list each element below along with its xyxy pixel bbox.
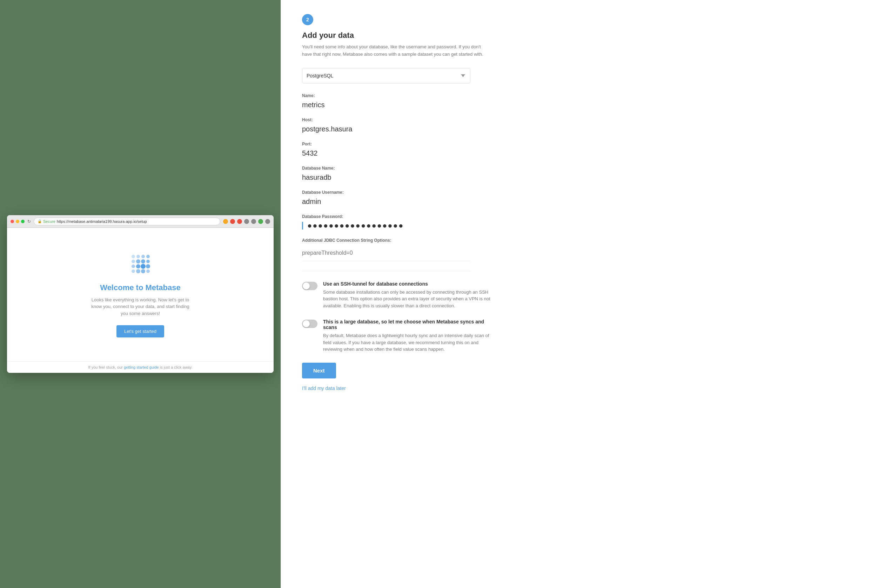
ssh-tunnel-desc: Some database installations can only be … <box>323 289 491 309</box>
section-title: Add your data <box>302 31 870 40</box>
browser-content: Welcome to Metabase Looks like everythin… <box>7 228 274 361</box>
ssh-tunnel-toggle-row: Use an SSH-tunnel for database connectio… <box>302 281 491 309</box>
ext-icon-5 <box>251 219 256 224</box>
svg-point-15 <box>146 270 150 273</box>
port-field: Port: 5432 <box>302 142 870 158</box>
database-name-field: Database name: hasuradb <box>302 166 870 182</box>
svg-point-2 <box>141 255 145 258</box>
maximize-dot <box>21 220 24 223</box>
close-dot <box>11 220 14 223</box>
welcome-subtitle: Looks like everything is working. Now le… <box>88 297 193 317</box>
svg-point-9 <box>136 264 140 268</box>
svg-point-14 <box>141 269 145 273</box>
minimize-dot <box>16 220 19 223</box>
large-db-toggle[interactable] <box>302 320 318 328</box>
name-label: Name: <box>302 93 870 98</box>
svg-point-1 <box>137 255 140 258</box>
jdbc-label: Additional JDBC connection string option… <box>302 238 870 243</box>
large-db-label-wrap: This is a large database, so let me choo… <box>323 319 491 353</box>
large-db-desc: By default, Metabase does a lightweight … <box>323 332 491 353</box>
svg-point-4 <box>131 260 135 263</box>
large-db-toggle-row: This is a large database, so let me choo… <box>302 319 491 353</box>
svg-point-12 <box>131 270 135 273</box>
getting-started-link[interactable]: getting started guide <box>124 365 159 369</box>
ssh-tunnel-title: Use an SSH-tunnel for database connectio… <box>323 281 491 286</box>
svg-point-13 <box>136 269 140 273</box>
svg-point-0 <box>131 255 135 258</box>
svg-point-5 <box>136 259 140 264</box>
footer-text: If you feel stuck, our <box>89 365 123 369</box>
skip-link[interactable]: I'll add my data later <box>302 386 870 391</box>
large-db-toggle-knob <box>303 320 310 327</box>
db-password-label: Database password: <box>302 214 870 219</box>
ext-icon-1 <box>223 219 228 224</box>
port-value: 5432 <box>302 149 870 158</box>
password-field-wrapper: ●●●●●●●●●●●●●●●●●● <box>302 222 870 230</box>
toggle-knob <box>303 282 310 290</box>
left-panel: ↻ 🔒 Secure https://metabase.antimalaria1… <box>0 0 281 588</box>
host-field: Host: postgres.hasura <box>302 117 870 133</box>
browser-icons <box>223 219 270 224</box>
next-button[interactable]: Next <box>302 363 336 378</box>
url-text: https://metabase.antimalaria199.hasura-a… <box>57 219 147 224</box>
svg-point-3 <box>146 255 150 258</box>
db-name-value: hasuradb <box>302 174 870 182</box>
step-number: 2 <box>302 14 313 25</box>
name-value: metrics <box>302 101 870 109</box>
browser-bar: ↻ 🔒 Secure https://metabase.antimalaria1… <box>7 215 274 228</box>
secure-icon: 🔒 <box>38 219 42 223</box>
database-username-field: Database username: admin <box>302 190 870 206</box>
divider <box>302 271 470 271</box>
jdbc-field: Additional JDBC connection string option… <box>302 238 870 261</box>
ssh-tunnel-label-wrap: Use an SSH-tunnel for database connectio… <box>323 281 491 309</box>
browser-dots <box>11 220 24 223</box>
port-label: Port: <box>302 142 870 147</box>
svg-point-6 <box>141 259 145 264</box>
ext-icon-6 <box>258 219 263 224</box>
ext-icon-3 <box>237 219 242 224</box>
lets-get-started-button[interactable]: Let's get started <box>116 325 164 338</box>
ext-icon-2 <box>230 219 235 224</box>
large-db-title: This is a large database, so let me choo… <box>323 319 491 330</box>
database-password-field: Database password: ●●●●●●●●●●●●●●●●●● <box>302 214 870 230</box>
db-username-value: admin <box>302 198 870 206</box>
password-dots: ●●●●●●●●●●●●●●●●●● <box>307 222 870 230</box>
footer-suffix: is just a click away. <box>160 365 193 369</box>
metabase-logo <box>128 252 152 277</box>
jdbc-input[interactable] <box>302 246 470 261</box>
secure-label: Secure <box>43 219 56 224</box>
db-name-label: Database name: <box>302 166 870 171</box>
host-label: Host: <box>302 117 870 122</box>
svg-point-7 <box>146 260 150 263</box>
section-desc: You'll need some info about your databas… <box>302 44 485 58</box>
name-field: Name: metrics <box>302 93 870 109</box>
right-panel: 2 Add your data You'll need some info ab… <box>281 0 891 588</box>
ext-icon-7 <box>265 219 270 224</box>
reload-icon[interactable]: ↻ <box>27 219 31 224</box>
welcome-title: Welcome to Metabase <box>100 283 180 292</box>
browser-footer: If you feel stuck, our getting started g… <box>7 361 274 373</box>
address-bar[interactable]: 🔒 Secure https://metabase.antimalaria199… <box>34 218 220 225</box>
db-username-label: Database username: <box>302 190 870 195</box>
ext-icon-4 <box>244 219 249 224</box>
ssh-tunnel-toggle[interactable] <box>302 282 318 290</box>
svg-point-10 <box>141 264 146 269</box>
svg-point-8 <box>131 265 135 268</box>
svg-point-11 <box>146 264 150 268</box>
database-type-selector[interactable]: PostgreSQL MySQL MongoDB SQLite <box>302 68 470 83</box>
browser-window: ↻ 🔒 Secure https://metabase.antimalaria1… <box>7 215 274 373</box>
host-value: postgres.hasura <box>302 125 870 133</box>
